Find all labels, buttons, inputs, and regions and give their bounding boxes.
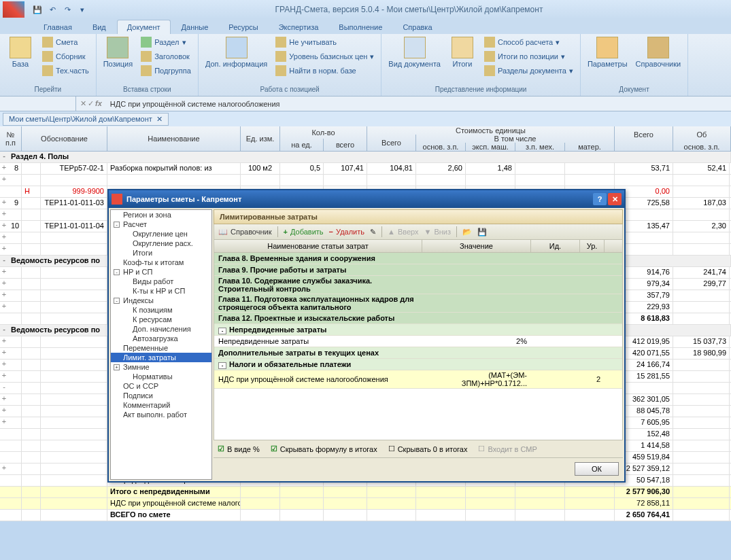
dialog-grid-body[interactable]: Глава 8. Временные здания и сооружения Г… xyxy=(214,253,623,440)
down-button[interactable]: ▼ Вниз xyxy=(424,228,452,236)
tree-item[interactable]: К позициям xyxy=(111,305,211,315)
table-row[interactable]: ВСЕГО по смете 2 650 764,41 xyxy=(0,510,731,521)
tree-expand-icon[interactable]: - xyxy=(114,269,120,275)
expand-icon[interactable]: + xyxy=(0,279,8,290)
expand-icon[interactable] xyxy=(0,440,8,451)
tree-item[interactable]: Переменные xyxy=(111,343,211,353)
col-naim[interactable]: Наименование xyxy=(107,126,241,151)
list-item[interactable]: Дополнительные затраты в текущих ценах xyxy=(214,347,622,359)
calcmethod-button[interactable]: Способ расчета ▾ xyxy=(481,35,576,49)
qat-more-icon[interactable]: ▾ xyxy=(75,3,89,16)
list-item[interactable]: -Непредвиденные затраты xyxy=(214,324,622,336)
tree-item[interactable]: Итоги xyxy=(111,248,211,258)
expand-icon[interactable]: + xyxy=(0,360,8,370)
tree-expand-icon[interactable]: - xyxy=(114,222,120,228)
ignore-button[interactable]: Не учитывать xyxy=(273,35,377,49)
expand-icon[interactable]: + xyxy=(0,371,8,382)
tree-item[interactable]: Округление расх. xyxy=(111,239,211,248)
dialog-titlebar[interactable]: Параметры сметы - Капремонт ? ✕ xyxy=(109,190,624,208)
header-button[interactable]: Заголовок xyxy=(138,50,194,63)
expand-icon[interactable]: + xyxy=(0,463,8,474)
tree-item[interactable]: Коэф-ты к итогам xyxy=(111,258,211,267)
col-pp[interactable]: № п.п xyxy=(0,126,22,151)
findnorm-button[interactable]: Найти в норм. базе xyxy=(273,64,377,77)
expand-icon[interactable]: - xyxy=(0,383,8,393)
accept-icon[interactable]: ✓ xyxy=(88,99,94,108)
expand-icon[interactable] xyxy=(0,452,8,463)
edit-button[interactable]: ✎ xyxy=(370,228,376,237)
tab-document[interactable]: Документ xyxy=(117,20,171,34)
expand-icon[interactable] xyxy=(0,475,8,486)
expand-icon[interactable]: - xyxy=(0,325,8,336)
table-row[interactable]: -Раздел 4. Полы xyxy=(0,152,731,163)
tree-item[interactable]: Лимит. затраты xyxy=(111,353,211,362)
list-item[interactable]: НДС при упрощённой системе налогообложен… xyxy=(214,370,622,389)
list-item[interactable]: Глава 8. Временные здания и сооружения xyxy=(214,253,622,264)
help-button[interactable]: ? xyxy=(593,193,607,205)
up-button[interactable]: ▲ Вверх xyxy=(388,228,419,236)
fx-icon[interactable]: fx xyxy=(95,99,102,108)
tree-item[interactable]: -НР и СП xyxy=(111,267,211,277)
close-icon[interactable]: ✕ xyxy=(156,115,163,124)
docview-button[interactable]: Вид документа xyxy=(386,35,443,69)
refs-button[interactable]: Справочники xyxy=(633,35,684,69)
tab-execution[interactable]: Выполнение xyxy=(329,20,392,34)
tree-item[interactable]: Доп. начисления xyxy=(111,324,211,334)
doc-tab[interactable]: Мои сметы\Центр\Жилой дом\Капремонт ✕ xyxy=(3,113,169,126)
expand-icon[interactable]: + xyxy=(0,417,8,428)
table-row[interactable]: + 8 ТЕРр57-02-1 Разборка покрытий полов:… xyxy=(0,163,731,175)
section-button[interactable]: Раздел ▾ xyxy=(138,35,194,49)
tree-item[interactable]: К ресурсам xyxy=(111,315,211,324)
subgroup-button[interactable]: Подгруппа xyxy=(138,64,194,77)
expand-icon[interactable]: + xyxy=(0,290,8,301)
expand-icon[interactable] xyxy=(0,487,8,497)
expand-icon[interactable]: + xyxy=(0,198,8,209)
list-item[interactable]: -Налоги и обязательные платежи xyxy=(214,359,622,370)
tree-expand-icon[interactable]: + xyxy=(114,364,120,370)
docsections-button[interactable]: Разделы документа ▾ xyxy=(481,64,576,77)
expand-icon[interactable] xyxy=(0,429,8,440)
tree-item[interactable]: +Зимние xyxy=(111,362,211,372)
expand-icon[interactable]: + xyxy=(0,244,8,255)
save-button[interactable]: 💾 xyxy=(477,228,487,237)
position-button[interactable]: Позиция xyxy=(101,35,136,69)
tree-item[interactable]: Округление цен xyxy=(111,229,211,239)
baselevel-button[interactable]: Уровень базисных цен ▾ xyxy=(273,50,377,63)
tree-item[interactable]: -Индексы xyxy=(111,296,211,305)
percent-checkbox[interactable]: ☑В виде % xyxy=(218,444,260,453)
add-button[interactable]: + Добавить xyxy=(284,228,324,236)
list-item[interactable]: Глава 10. Содержание службы заказчика. С… xyxy=(214,276,622,294)
tab-data[interactable]: Данные xyxy=(172,20,218,34)
insmr-checkbox[interactable]: ☐Входит в СМР xyxy=(478,444,537,453)
cancel-icon[interactable]: ✕ xyxy=(80,99,86,108)
table-row[interactable]: НДС при упрощённой системе налогообложен… xyxy=(0,498,731,510)
tree-item[interactable]: Автозагрузка xyxy=(111,334,211,343)
undo-icon[interactable]: ↶ xyxy=(46,3,59,16)
expand-icon[interactable]: + xyxy=(0,336,8,347)
tab-view[interactable]: Вид xyxy=(83,20,116,34)
table-row[interactable]: Итого с непредвиденными 2 577 906,30 xyxy=(0,487,731,498)
list-item[interactable]: Глава 12. Проектные и изыскательские раб… xyxy=(214,313,622,324)
tree-item[interactable]: Подписи xyxy=(111,391,211,400)
tab-resources[interactable]: Ресурсы xyxy=(219,20,267,34)
expand-icon[interactable]: + xyxy=(0,209,8,220)
totals-button[interactable]: Итоги xyxy=(446,35,479,69)
close-button[interactable]: ✕ xyxy=(608,193,622,205)
tree-item[interactable]: ОС и ССР xyxy=(111,381,211,391)
hidezero-checkbox[interactable]: ☐Скрывать 0 в итогах xyxy=(388,444,468,453)
postotals-button[interactable]: Итоги по позиции ▾ xyxy=(481,50,576,63)
tab-expertise[interactable]: Экспертиза xyxy=(269,20,328,34)
tree-item[interactable]: Виды работ xyxy=(111,277,211,286)
sbornik-button[interactable]: Сборник xyxy=(39,50,92,63)
expand-icon[interactable]: + xyxy=(0,267,8,278)
col-osn[interactable]: Обоснование xyxy=(22,126,107,151)
tree-item[interactable]: Акт выполн. работ xyxy=(111,410,211,419)
col-ed[interactable]: Ед. изм. xyxy=(241,126,280,151)
tree-item[interactable]: К-ты к НР и СП xyxy=(111,286,211,296)
save-icon[interactable]: 💾 xyxy=(31,3,44,16)
params-button[interactable]: Параметры xyxy=(585,35,630,69)
expand-icon[interactable]: + xyxy=(0,221,8,232)
redo-icon[interactable]: ↷ xyxy=(61,3,74,16)
expand-icon[interactable]: + xyxy=(0,302,8,313)
expand-icon[interactable]: + xyxy=(0,163,8,174)
